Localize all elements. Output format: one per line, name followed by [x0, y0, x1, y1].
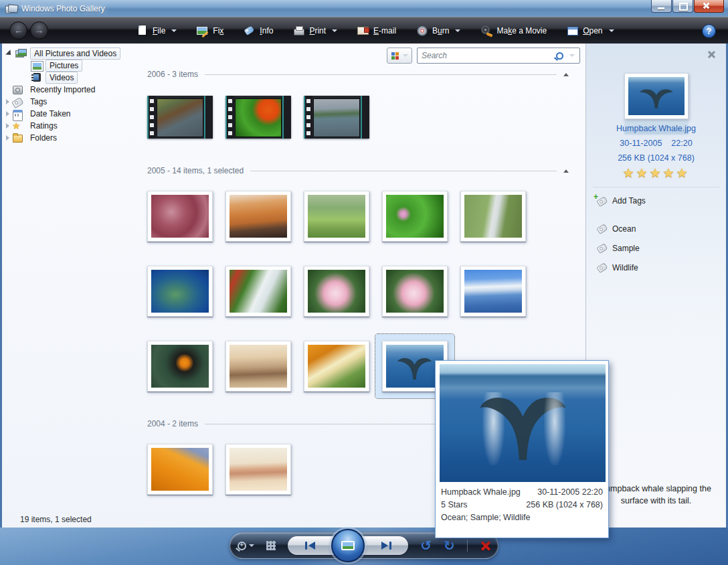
rating-star-icon[interactable]: ★	[663, 166, 676, 180]
toolbar-open-button[interactable]: Open	[567, 25, 614, 36]
thumbnail-image	[313, 98, 360, 137]
tooltip-rating: 5 Stars	[441, 499, 468, 511]
rating-star-icon[interactable]: ★	[636, 166, 649, 180]
chevron-down-icon	[455, 29, 460, 32]
close-pane-icon[interactable]	[707, 50, 715, 58]
group-divider-line	[250, 171, 557, 171]
thumb-autumn-tree[interactable]	[304, 341, 369, 392]
rating-star-icon[interactable]: ★	[676, 166, 690, 180]
slideshow-button[interactable]	[331, 529, 365, 562]
group-header: 2005 - 14 items, 1 selected	[147, 165, 569, 176]
rating-star-icon[interactable]: ★	[622, 166, 636, 180]
close-button[interactable]	[694, 0, 724, 13]
thumb-misty-trees[interactable]	[225, 341, 291, 392]
thumbnail-view-button[interactable]	[387, 48, 412, 64]
forward-button[interactable]: →	[30, 21, 48, 39]
gallery-group: 2006 - 3 items	[130, 69, 587, 139]
rotate-clockwise-button[interactable]: ↻	[444, 539, 455, 552]
group-collapse-icon[interactable]	[563, 73, 569, 76]
tag-item-ocean[interactable]: Ocean	[596, 219, 721, 238]
search-input[interactable]	[418, 51, 556, 60]
tag-item-sample[interactable]: Sample	[596, 238, 721, 258]
date-value: 30-11-2005	[620, 139, 662, 148]
photo-frame	[225, 266, 291, 317]
reset-thumbnail-view-button[interactable]	[266, 541, 276, 550]
photo-frame	[382, 191, 448, 242]
rotate-counterclockwise-button[interactable]: ↺	[420, 539, 432, 552]
chevron-down-icon	[403, 54, 408, 57]
video-thumb-butterfly-flower[interactable]	[225, 96, 291, 139]
video-thumb-bear-river[interactable]	[147, 96, 213, 139]
thumb-forest-path[interactable]	[304, 191, 369, 242]
tree-expander-icon[interactable]	[6, 135, 9, 141]
thumb-orange-daisies[interactable]	[147, 444, 213, 495]
thumb-desert-oryx[interactable]	[225, 191, 291, 242]
rating-star-icon[interactable]: ★	[649, 166, 662, 180]
thumb-frangipani-flowers-2[interactable]	[382, 266, 448, 317]
restore-button[interactable]	[672, 0, 693, 13]
back-button[interactable]: ←	[9, 21, 27, 39]
thumb-toucan[interactable]	[147, 341, 213, 392]
delete-button[interactable]	[480, 540, 490, 551]
sidebar-item-pictures[interactable]: Pictures	[2, 60, 130, 72]
video-thumb-lake-mountains[interactable]	[304, 96, 369, 139]
thumb-monument-valley[interactable]	[225, 444, 291, 495]
tree-expander-icon[interactable]	[6, 99, 9, 104]
thumbnail-image	[308, 270, 365, 313]
help-button[interactable]: ?	[702, 24, 716, 38]
photo-gallery-window: Windows Photo Gallery ← → File Fix Info …	[0, 0, 728, 565]
tree-expander-icon[interactable]	[6, 123, 9, 129]
photo-frame	[304, 266, 369, 317]
toolbar-print-button[interactable]: Print	[293, 25, 337, 36]
sidebar-item-folders[interactable]: Folders	[2, 132, 130, 144]
thumb-pink-wildflowers[interactable]	[382, 191, 448, 242]
toolbar-item-label: E-mail	[373, 26, 396, 35]
thumb-frangipani-flowers[interactable]	[304, 266, 369, 317]
sidebar-item-label: Ratings	[27, 120, 61, 131]
sidebar-item-all-pictures-and-videos[interactable]: All Pictures and Videos	[2, 48, 130, 60]
thumbnail-image	[151, 448, 209, 491]
sidebar-item-ratings[interactable]: ★ Ratings	[2, 120, 130, 132]
tree-expander-icon[interactable]	[5, 50, 13, 57]
toolbar-email-button[interactable]: E-mail	[357, 25, 396, 36]
thumb-meadow-stream[interactable]	[460, 191, 526, 242]
thumb-tropical-waterfall[interactable]	[225, 266, 291, 317]
sidebar-item-videos[interactable]: Videos	[2, 72, 130, 84]
photo-frame	[460, 191, 526, 242]
thumb-sea-turtle[interactable]	[147, 266, 213, 317]
search-box[interactable]	[417, 48, 580, 64]
thumbnail-image	[308, 345, 365, 388]
thumb-frosted-leaves[interactable]	[147, 191, 213, 242]
file-date[interactable]: 30-11-200522:20	[586, 139, 726, 148]
previous-button[interactable]	[290, 538, 330, 553]
toolbar-file-button[interactable]: File	[136, 25, 177, 36]
photo-frame	[225, 341, 291, 392]
group-divider-line	[205, 74, 557, 75]
group-collapse-icon[interactable]	[563, 169, 569, 173]
sidebar-item-tags[interactable]: Tags	[2, 96, 130, 108]
zoom-button[interactable]	[238, 542, 254, 550]
tooltip-filename: Humpback Whale.jpg	[441, 486, 521, 499]
thumbnail-image	[386, 195, 444, 238]
toolbar-info-button[interactable]: Info	[244, 25, 273, 36]
forward-arrow-icon: →	[35, 25, 43, 35]
next-button[interactable]	[366, 538, 406, 553]
toolbar-movie-button[interactable]: Make a Movie	[480, 25, 547, 36]
sidebar-item-date-taken[interactable]: Date Taken	[2, 108, 130, 120]
whale-preview-image	[628, 77, 685, 115]
thumb-ocean-pier[interactable]	[460, 266, 526, 317]
search-options-chevron-icon[interactable]	[569, 54, 575, 57]
photo-frame	[225, 444, 291, 495]
minimize-button[interactable]	[651, 0, 672, 13]
tag-item-wildlife[interactable]: Wildlife	[596, 258, 721, 277]
sidebar-item-recently-imported[interactable]: Recently Imported	[2, 84, 130, 96]
tree-expander-icon[interactable]	[6, 111, 9, 116]
toolbar-fix-button[interactable]: Fix	[197, 25, 223, 36]
thumbnail-image	[230, 345, 287, 388]
filmstrip-holes-icon	[227, 98, 233, 137]
status-text: 19 items, 1 selected	[20, 515, 92, 524]
film-reel-icon	[480, 25, 492, 36]
toolbar-burn-button[interactable]: Burn	[416, 25, 460, 36]
add-tags-button[interactable]: + Add Tags	[596, 196, 646, 206]
titlebar[interactable]: Windows Photo Gallery	[0, 0, 728, 17]
